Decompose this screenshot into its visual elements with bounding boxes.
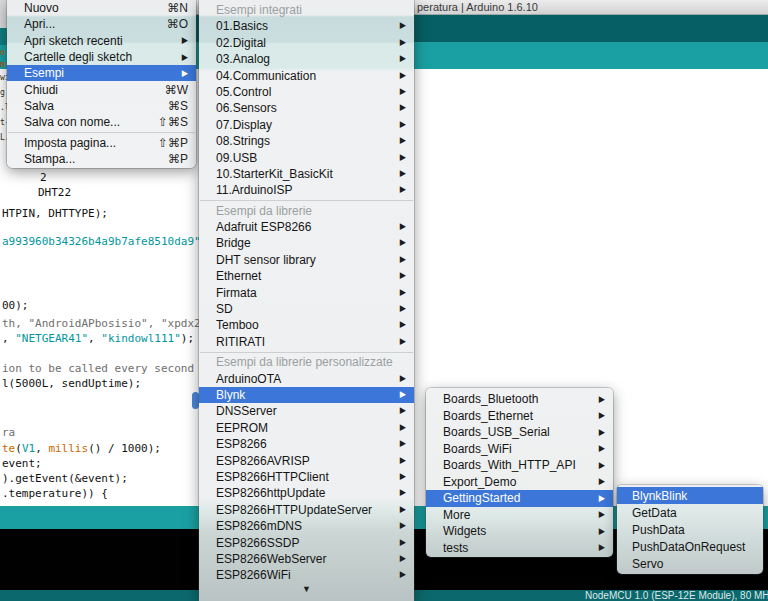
submenu-arrow-icon: ▶ xyxy=(400,333,406,351)
blynk-submenu: Boards_Bluetooth▶ Boards_Ethernet▶ Board… xyxy=(426,388,613,557)
menu-separator xyxy=(7,130,196,134)
menu-item-ethernet[interactable]: Ethernet▶ xyxy=(199,268,414,284)
menu-item-firmata[interactable]: Firmata▶ xyxy=(199,285,414,301)
menu-item-02-digital[interactable]: 02.Digital▶ xyxy=(199,35,414,51)
menu-item-esp8266ssdp[interactable]: ESP8266SSDP▶ xyxy=(199,535,414,551)
screenshot-root: { "window": { "title": "peratura | Ardui… xyxy=(0,0,768,601)
menu-item-07-display[interactable]: 07.Display▶ xyxy=(199,117,414,133)
scroll-down-icon: ▼ xyxy=(302,584,311,594)
menu-item-temboo[interactable]: Temboo▶ xyxy=(199,317,414,333)
menu-item-01-basics[interactable]: 01.Basics▶ xyxy=(199,18,414,34)
menu-item-apri-sketch-recenti[interactable]: Apri sketch recenti▶ xyxy=(7,33,196,49)
menu-item-salva-con-nome[interactable]: Salva con nome...⇧⌘S xyxy=(7,114,196,130)
code-line: a993960b34326b4a9b7afe8510da9"; xyxy=(2,235,207,248)
menu-item-blynkblink[interactable]: BlynkBlink xyxy=(617,487,763,504)
menu-separator xyxy=(199,350,414,354)
menu-item-ritirati[interactable]: RITIRATI▶ xyxy=(199,334,414,350)
menu-item-08-strings[interactable]: 08.Strings▶ xyxy=(199,133,414,149)
menu-item-04-communication[interactable]: 04.Communication▶ xyxy=(199,68,414,84)
menu-item-pushdata[interactable]: PushData xyxy=(617,521,763,538)
menu-item-imposta-pagina[interactable]: Imposta pagina...⇧⌘P xyxy=(7,134,196,150)
window-title: peratura | Arduino 1.6.10 xyxy=(417,0,538,15)
menu-item-09-usb[interactable]: 09.USB▶ xyxy=(199,150,414,166)
submenu-arrow-icon: ▶ xyxy=(400,132,406,150)
menu-item-nuovo[interactable]: Nuovo⌘N xyxy=(7,0,196,16)
menu-item-cartelle-degli-sketch[interactable]: Cartelle degli sketch▶ xyxy=(7,49,196,65)
submenu-arrow-icon: ▶ xyxy=(400,370,406,388)
menu-item-stampa[interactable]: Stampa...⌘P xyxy=(7,151,196,167)
menu-scroll-down-indicator[interactable]: ▼ xyxy=(199,584,414,596)
submenu-arrow-icon: ▶ xyxy=(400,452,406,470)
menu-item-10-starterkit-basickit[interactable]: 10.StarterKit_BasicKit▶ xyxy=(199,166,414,182)
menu-item-boards-ethernet[interactable]: Boards_Ethernet▶ xyxy=(426,408,613,425)
menu-item-gettingstarted[interactable]: GettingStarted▶ xyxy=(426,490,613,507)
submenu-arrow-icon: ▶ xyxy=(400,485,406,503)
menu-item-bridge[interactable]: Bridge▶ xyxy=(199,235,414,251)
submenu-arrow-icon: ▶ xyxy=(400,534,406,552)
menu-section-header-esempi-da-librerie: Esempi da librerie xyxy=(199,203,414,219)
menu-item-dnsserver[interactable]: DNSServer▶ xyxy=(199,403,414,419)
menu-item-esp8266httpclient[interactable]: ESP8266HTTPClient▶ xyxy=(199,469,414,485)
submenu-arrow-icon: ▶ xyxy=(599,444,605,454)
menu-item-pushdataonrequest[interactable]: PushDataOnRequest xyxy=(617,538,763,555)
menu-item-adafruit-esp8266[interactable]: Adafruit ESP8266▶ xyxy=(199,219,414,235)
menu-item-05-control[interactable]: 05.Control▶ xyxy=(199,84,414,100)
menu-item-boards-with-http-api[interactable]: Boards_With_HTTP_API▶ xyxy=(426,457,613,474)
menu-item-03-analog[interactable]: 03.Analog▶ xyxy=(199,51,414,67)
code-line: 2 xyxy=(40,171,47,184)
menu-item-boards-wifi[interactable]: Boards_WiFi▶ xyxy=(426,441,613,458)
submenu-arrow-icon: ▶ xyxy=(400,18,406,36)
menu-item-salva[interactable]: Salva⌘S xyxy=(7,98,196,114)
menu-item-06-sensors[interactable]: 06.Sensors▶ xyxy=(199,100,414,116)
submenu-arrow-icon: ▶ xyxy=(182,36,188,46)
submenu-arrow-icon: ▶ xyxy=(599,411,605,421)
code-line: te(V1, millis() / 1000); xyxy=(2,442,161,455)
submenu-arrow-icon: ▶ xyxy=(400,267,406,285)
menu-item-sd[interactable]: SD▶ xyxy=(199,301,414,317)
code-line: HTPIN, DHTTYPE); xyxy=(2,207,108,220)
submenu-arrow-icon: ▶ xyxy=(400,566,406,584)
menu-item-blynk[interactable]: Blynk▶ xyxy=(199,387,414,403)
submenu-arrow-icon: ▶ xyxy=(182,52,188,62)
code-line: ).getEvent(&event); xyxy=(2,472,128,485)
menu-item-11-arduinoisp[interactable]: 11.ArduinoISP▶ xyxy=(199,182,414,198)
menu-item-arduinoota[interactable]: ArduinoOTA▶ xyxy=(199,371,414,387)
menu-item-esp8266httpupdate[interactable]: ESP8266httpUpdate▶ xyxy=(199,485,414,501)
menu-item-export-demo[interactable]: Export_Demo▶ xyxy=(426,474,613,491)
menu-item-esp8266webserver[interactable]: ESP8266WebServer▶ xyxy=(199,551,414,567)
menu-item-servo[interactable]: Servo xyxy=(617,555,763,572)
menu-item-dht-sensor-library[interactable]: DHT sensor library▶ xyxy=(199,252,414,268)
menu-item-eeprom[interactable]: EEPROM▶ xyxy=(199,420,414,436)
menu-item-chiudi[interactable]: Chiudi⌘W xyxy=(7,81,196,97)
menu-item-esp8266[interactable]: ESP8266▶ xyxy=(199,436,414,452)
code-line: .temperature)) { xyxy=(2,487,108,500)
menu-item-getdata[interactable]: GetData xyxy=(617,504,763,521)
clipped-text-fragment: g xyxy=(0,88,5,97)
submenu-arrow-icon: ▶ xyxy=(400,284,406,302)
submenu-arrow-icon: ▶ xyxy=(400,435,406,453)
file-menu: Nuovo⌘N Apri...⌘O Apri sketch recenti▶ C… xyxy=(7,0,196,168)
menu-item-esp8266httpupdateserver[interactable]: ESP8266HTTPUpdateServer▶ xyxy=(199,502,414,518)
menu-item-apri[interactable]: Apri...⌘O xyxy=(7,16,196,32)
submenu-arrow-icon: ▶ xyxy=(182,68,188,78)
submenu-arrow-icon: ▶ xyxy=(400,149,406,167)
menu-item-tests[interactable]: tests▶ xyxy=(426,540,613,557)
scrollbar-thumb[interactable] xyxy=(192,392,199,409)
menu-item-esp8266avrisp[interactable]: ESP8266AVRISP▶ xyxy=(199,453,414,469)
submenu-arrow-icon: ▶ xyxy=(599,493,605,503)
submenu-arrow-icon: ▶ xyxy=(599,526,605,536)
code-line: ra xyxy=(2,426,15,439)
menu-item-esempi[interactable]: Esempi▶ xyxy=(7,65,196,81)
menu-item-esp8266mdns[interactable]: ESP8266mDNS▶ xyxy=(199,518,414,534)
code-line: DHT22 xyxy=(38,186,71,199)
menu-item-widgets[interactable]: Widgets▶ xyxy=(426,523,613,540)
submenu-arrow-icon: ▶ xyxy=(400,50,406,68)
menu-item-esp8266wifi[interactable]: ESP8266WiFi▶ xyxy=(199,567,414,583)
menu-item-boards-bluetooth[interactable]: Boards_Bluetooth▶ xyxy=(426,391,613,408)
getting-started-submenu: BlynkBlink GetData PushData PushDataOnRe… xyxy=(617,485,763,574)
menu-item-boards-usb-serial[interactable]: Boards_USB_Serial▶ xyxy=(426,424,613,441)
menu-item-more[interactable]: More▶ xyxy=(426,507,613,524)
submenu-arrow-icon: ▶ xyxy=(400,181,406,199)
board-info-text: NodeMCU 1.0 (ESP-12E Module), 80 MHz, 11… xyxy=(585,590,768,601)
clipped-text-fragment: o xyxy=(0,48,5,57)
